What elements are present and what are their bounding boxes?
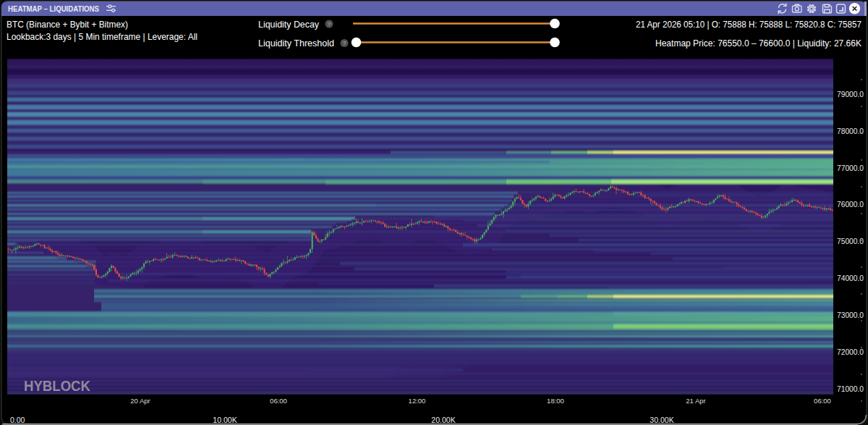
svg-text:18:00: 18:00 (547, 397, 564, 405)
svg-text:Liquidity Decay: Liquidity Decay (258, 19, 319, 30)
svg-text:72000.0: 72000.0 (837, 348, 864, 356)
svg-text:20 Apr: 20 Apr (130, 397, 150, 405)
svg-text:?: ? (328, 21, 331, 28)
svg-text:74000.0: 74000.0 (837, 274, 864, 282)
svg-text:06:00: 06:00 (270, 397, 287, 405)
svg-text:?: ? (343, 40, 346, 46)
svg-text:77000.0: 77000.0 (837, 164, 864, 172)
svg-text:Liquidity Threshold: Liquidity Threshold (258, 38, 334, 49)
svg-text:21 Apr 2026 05:10 | O: 75888 H: 21 Apr 2026 05:10 | O: 75888 H: 75888 L:… (636, 19, 861, 30)
svg-text:Heatmap Price: 76550.0 – 76600: Heatmap Price: 76550.0 – 76600.0 | Liqui… (655, 38, 861, 49)
svg-text:HYBLOCK: HYBLOCK (24, 377, 90, 394)
svg-text:78000.0: 78000.0 (837, 127, 864, 135)
svg-text:BTC (Binance + Bybit + Bitmex): BTC (Binance + Bybit + Bitmex) (7, 19, 128, 30)
svg-text:12:00: 12:00 (409, 397, 426, 405)
svg-text:71000.0: 71000.0 (837, 384, 864, 393)
svg-text:20.00K: 20.00K (431, 416, 455, 424)
svg-text:Lookback:3 days | 5 Min timefr: Lookback:3 days | 5 Min timeframe | Leve… (7, 31, 197, 42)
svg-text:0.00: 0.00 (10, 416, 25, 424)
svg-text:76000.0: 76000.0 (837, 200, 864, 209)
svg-text:06:00: 06:00 (814, 397, 831, 405)
svg-text:30.00K: 30.00K (650, 416, 673, 424)
svg-text:HEATMAP – LIQUIDATIONS: HEATMAP – LIQUIDATIONS (8, 4, 99, 13)
svg-text:21 Apr: 21 Apr (686, 397, 705, 405)
svg-text:10.00K: 10.00K (213, 416, 237, 424)
svg-text:73000.0: 73000.0 (837, 311, 864, 319)
svg-text:75000.0: 75000.0 (837, 237, 864, 245)
svg-text:79000.0: 79000.0 (837, 90, 864, 98)
